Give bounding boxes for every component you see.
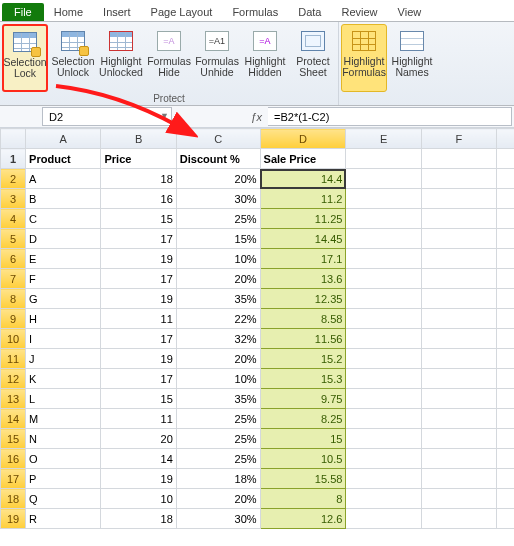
- cell[interactable]: [497, 449, 514, 469]
- cell[interactable]: 8.25: [260, 409, 346, 429]
- cell[interactable]: [421, 209, 496, 229]
- cell[interactable]: 10.5: [260, 449, 346, 469]
- cell[interactable]: 25%: [176, 209, 260, 229]
- cell[interactable]: 15: [260, 429, 346, 449]
- cell[interactable]: [421, 229, 496, 249]
- cell[interactable]: 10: [101, 489, 176, 509]
- highlight-hidden-button[interactable]: =A Highlight Hidden: [242, 24, 288, 92]
- cell[interactable]: Price: [101, 149, 176, 169]
- cell[interactable]: P: [26, 469, 101, 489]
- cell[interactable]: 11: [101, 409, 176, 429]
- tab-insert[interactable]: Insert: [93, 3, 141, 21]
- cell[interactable]: [421, 149, 496, 169]
- tab-view[interactable]: View: [388, 3, 432, 21]
- cell[interactable]: [421, 249, 496, 269]
- cell[interactable]: 12.6: [260, 509, 346, 529]
- cell[interactable]: 8.58: [260, 309, 346, 329]
- cell[interactable]: 25%: [176, 429, 260, 449]
- cell[interactable]: 17.1: [260, 249, 346, 269]
- cell[interactable]: Sale Price: [260, 149, 346, 169]
- chevron-down-icon[interactable]: ▼: [160, 111, 169, 121]
- cell[interactable]: [346, 389, 421, 409]
- row-header[interactable]: 10: [1, 329, 26, 349]
- row-header[interactable]: 9: [1, 309, 26, 329]
- cell[interactable]: [346, 309, 421, 329]
- row-header[interactable]: 2: [1, 169, 26, 189]
- cell[interactable]: [346, 249, 421, 269]
- cell[interactable]: 10%: [176, 249, 260, 269]
- cell[interactable]: [497, 269, 514, 289]
- cell[interactable]: [421, 349, 496, 369]
- col-header-B[interactable]: B: [101, 129, 176, 149]
- cell[interactable]: [346, 289, 421, 309]
- cell[interactable]: [346, 429, 421, 449]
- cell[interactable]: [497, 249, 514, 269]
- row-header[interactable]: 18: [1, 489, 26, 509]
- cell[interactable]: G: [26, 289, 101, 309]
- cell[interactable]: [421, 329, 496, 349]
- cell[interactable]: E: [26, 249, 101, 269]
- cell[interactable]: [497, 509, 514, 529]
- cell[interactable]: Discount %: [176, 149, 260, 169]
- cell[interactable]: 15: [101, 389, 176, 409]
- cell[interactable]: [346, 269, 421, 289]
- cell[interactable]: [346, 449, 421, 469]
- col-header-G[interactable]: G: [497, 129, 514, 149]
- row-header[interactable]: 12: [1, 369, 26, 389]
- cell[interactable]: [421, 429, 496, 449]
- cell[interactable]: 11.56: [260, 329, 346, 349]
- cell[interactable]: 15.58: [260, 469, 346, 489]
- protect-sheet-button[interactable]: Protect Sheet: [290, 24, 336, 92]
- cell[interactable]: 20%: [176, 349, 260, 369]
- row-header[interactable]: 3: [1, 189, 26, 209]
- cell[interactable]: 32%: [176, 329, 260, 349]
- cell[interactable]: 11.2: [260, 189, 346, 209]
- cell[interactable]: Product: [26, 149, 101, 169]
- cell[interactable]: 19: [101, 469, 176, 489]
- cell[interactable]: 17: [101, 269, 176, 289]
- cell[interactable]: 17: [101, 369, 176, 389]
- col-header-C[interactable]: C: [176, 129, 260, 149]
- cell[interactable]: 11.25: [260, 209, 346, 229]
- cell[interactable]: C: [26, 209, 101, 229]
- cell[interactable]: [421, 389, 496, 409]
- cell[interactable]: [421, 189, 496, 209]
- name-box[interactable]: D2 ▼: [42, 107, 172, 126]
- cell[interactable]: 19: [101, 249, 176, 269]
- cell[interactable]: B: [26, 189, 101, 209]
- cell[interactable]: [421, 489, 496, 509]
- cell[interactable]: [346, 229, 421, 249]
- cell[interactable]: 30%: [176, 509, 260, 529]
- cell[interactable]: [346, 409, 421, 429]
- row-header[interactable]: 14: [1, 409, 26, 429]
- cell[interactable]: 15: [101, 209, 176, 229]
- select-all-corner[interactable]: [1, 129, 26, 149]
- cell[interactable]: [421, 509, 496, 529]
- cell[interactable]: R: [26, 509, 101, 529]
- cell[interactable]: [346, 189, 421, 209]
- cell[interactable]: [497, 209, 514, 229]
- cell[interactable]: 20%: [176, 269, 260, 289]
- cell[interactable]: [497, 389, 514, 409]
- cell[interactable]: O: [26, 449, 101, 469]
- cell[interactable]: 13.6: [260, 269, 346, 289]
- cell[interactable]: K: [26, 369, 101, 389]
- cell[interactable]: 18%: [176, 469, 260, 489]
- cell[interactable]: [421, 269, 496, 289]
- cell[interactable]: 25%: [176, 449, 260, 469]
- cell[interactable]: 16: [101, 189, 176, 209]
- cell[interactable]: 15.2: [260, 349, 346, 369]
- row-header[interactable]: 6: [1, 249, 26, 269]
- cell[interactable]: 18: [101, 509, 176, 529]
- row-header[interactable]: 19: [1, 509, 26, 529]
- cell[interactable]: [497, 169, 514, 189]
- cell[interactable]: 17: [101, 329, 176, 349]
- cell[interactable]: 25%: [176, 409, 260, 429]
- cell[interactable]: [497, 149, 514, 169]
- cell[interactable]: [497, 349, 514, 369]
- cell[interactable]: [497, 289, 514, 309]
- cell[interactable]: 10%: [176, 369, 260, 389]
- cell[interactable]: 35%: [176, 389, 260, 409]
- cell[interactable]: [421, 469, 496, 489]
- cell[interactable]: 30%: [176, 189, 260, 209]
